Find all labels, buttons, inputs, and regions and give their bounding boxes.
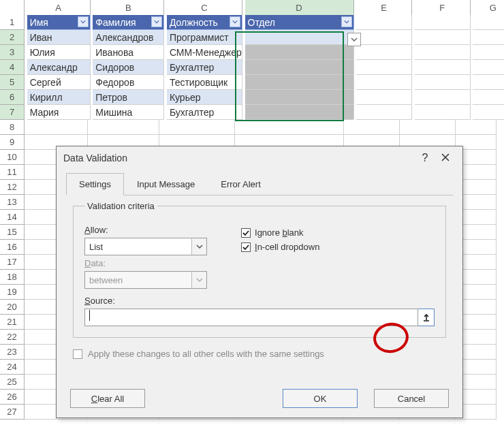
cell[interactable] [473, 105, 504, 120]
cell[interactable] [415, 75, 471, 90]
table-header[interactable]: Отдел [245, 15, 354, 30]
row-header[interactable]: 13 [0, 195, 25, 210]
row-header[interactable]: 20 [0, 300, 25, 315]
cell[interactable] [415, 60, 471, 75]
tab-error-alert[interactable]: Error Alert [208, 173, 274, 195]
filter-dropdown-icon[interactable] [78, 16, 89, 27]
incell-dropdown-checkbox[interactable]: In-cell dropdown [241, 242, 319, 252]
row-header[interactable]: 2 [0, 30, 25, 45]
col-header-F[interactable]: F [415, 0, 471, 16]
cell[interactable] [415, 15, 471, 30]
row-header[interactable]: 22 [0, 330, 25, 345]
cell[interactable]: Александров [93, 30, 164, 45]
row-header[interactable]: 21 [0, 315, 25, 330]
cell[interactable] [473, 90, 504, 105]
table-header[interactable]: Должность [167, 15, 242, 30]
col-header-C[interactable]: C [167, 0, 242, 16]
in-cell-dropdown-button[interactable] [347, 33, 361, 46]
cell[interactable] [356, 60, 412, 75]
row-header[interactable]: 11 [0, 165, 25, 180]
cell[interactable] [25, 120, 88, 135]
row-header[interactable]: 18 [0, 270, 25, 285]
cell-selected[interactable] [245, 105, 354, 120]
row-header[interactable]: 5 [0, 75, 25, 90]
row-header[interactable]: 6 [0, 90, 25, 105]
row-header[interactable]: 25 [0, 375, 25, 390]
cell[interactable] [88, 120, 159, 135]
row-header[interactable]: 16 [0, 240, 25, 255]
row-header[interactable]: 9 [0, 135, 25, 150]
cell[interactable] [456, 120, 497, 135]
cell[interactable] [415, 45, 471, 60]
col-header-E[interactable]: E [356, 0, 412, 16]
range-selector-button[interactable] [418, 309, 435, 326]
cancel-button[interactable]: Cancel [374, 389, 449, 408]
cell[interactable] [415, 30, 471, 45]
tab-input-message[interactable]: Input Message [124, 173, 208, 195]
cell-selected[interactable] [245, 75, 354, 90]
source-input[interactable] [84, 309, 418, 326]
cell[interactable]: Тестировщик [167, 75, 242, 90]
row-header[interactable]: 1 [0, 15, 25, 30]
cell[interactable] [473, 75, 504, 90]
cell[interactable]: Мария [27, 105, 91, 120]
cell[interactable] [473, 45, 504, 60]
row-header[interactable]: 14 [0, 210, 25, 225]
cell[interactable] [356, 45, 412, 60]
cell[interactable]: Федоров [93, 75, 164, 90]
cell[interactable]: Иванова [93, 45, 164, 60]
cell-selected[interactable] [245, 90, 354, 105]
cell[interactable]: Юлия [27, 45, 91, 60]
ok-button[interactable]: OK [283, 389, 358, 408]
col-header-D[interactable]: D [245, 0, 354, 16]
row-header[interactable]: 4 [0, 60, 25, 75]
cell[interactable]: Бухгалтер [167, 105, 242, 120]
dialog-help-button[interactable]: ? [415, 152, 435, 164]
row-header[interactable]: 26 [0, 390, 25, 405]
cell[interactable]: Петров [93, 90, 164, 105]
cell[interactable] [356, 15, 412, 30]
row-header[interactable]: 10 [0, 150, 25, 165]
cell-selected-active[interactable] [245, 30, 354, 45]
dialog-close-button[interactable] [435, 153, 456, 164]
cell[interactable] [235, 120, 344, 135]
cell[interactable]: Курьер [167, 90, 242, 105]
cell[interactable]: Программист [167, 30, 242, 45]
filter-dropdown-icon[interactable] [341, 16, 352, 27]
filter-dropdown-icon[interactable] [230, 16, 240, 27]
cell[interactable] [344, 120, 400, 135]
row-header[interactable]: 19 [0, 285, 25, 300]
clear-all-button[interactable]: Clear All [70, 389, 145, 408]
cell[interactable] [356, 75, 412, 90]
row-header[interactable]: 17 [0, 255, 25, 270]
cell[interactable]: Мишина [93, 105, 164, 120]
cell[interactable] [356, 105, 412, 120]
row-header[interactable]: 15 [0, 225, 25, 240]
row-header[interactable]: 7 [0, 105, 25, 120]
col-header-G[interactable]: G [473, 0, 504, 16]
select-all-corner[interactable] [0, 0, 25, 16]
ignore-blank-checkbox[interactable]: Ignore blank [241, 227, 319, 238]
cell[interactable] [356, 90, 412, 105]
allow-combo[interactable]: List [84, 238, 207, 255]
row-header[interactable]: 24 [0, 360, 25, 375]
table-header[interactable]: Фамилия [93, 15, 164, 30]
cell[interactable]: Иван [27, 30, 91, 45]
cell[interactable]: Сергей [27, 75, 91, 90]
table-header[interactable]: Имя [27, 15, 91, 30]
cell-selected[interactable] [245, 60, 354, 75]
cell[interactable]: Сидоров [93, 60, 164, 75]
cell[interactable] [415, 105, 471, 120]
cell-selected[interactable] [245, 45, 354, 60]
row-header[interactable]: 23 [0, 345, 25, 360]
col-header-B[interactable]: B [93, 0, 164, 16]
filter-dropdown-icon[interactable] [151, 16, 162, 27]
cell[interactable]: Бухгалтер [167, 60, 242, 75]
cell[interactable] [400, 120, 456, 135]
tab-settings[interactable]: Settings [66, 173, 124, 195]
row-header[interactable]: 27 [0, 405, 25, 420]
row-header[interactable]: 8 [0, 120, 25, 135]
row-header[interactable]: 12 [0, 180, 25, 195]
cell[interactable]: Александр [27, 60, 91, 75]
row-header[interactable]: 3 [0, 45, 25, 60]
